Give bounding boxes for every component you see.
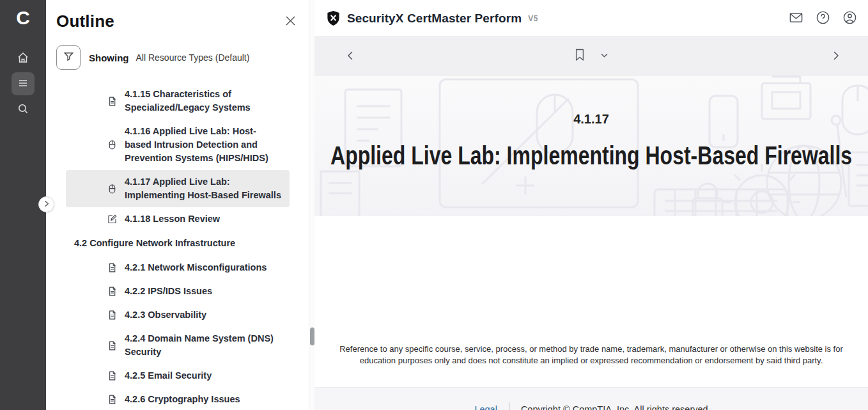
outline-item[interactable]: 4.2.6 Cryptography Issues	[66, 388, 290, 410]
document-icon	[107, 394, 118, 405]
outline-item-label: 4.2.4 Domain Name System (DNS) Security	[125, 332, 282, 359]
filter-value: All Resource Types (Default)	[136, 52, 250, 63]
chevron-down-icon	[600, 51, 608, 61]
menu-icon	[17, 77, 29, 91]
chevron-right-icon	[43, 200, 50, 209]
securityx-shield-icon	[326, 10, 341, 26]
document-icon	[107, 340, 118, 351]
comptia-logo[interactable]: C	[0, 0, 46, 36]
showing-label: Showing	[89, 52, 129, 63]
chevron-right-icon	[831, 51, 841, 63]
outline-item[interactable]: 4.2.3 Observability	[66, 303, 290, 327]
outline-item[interactable]: 4.1.18 Lesson Review	[66, 207, 290, 231]
search-button[interactable]	[12, 98, 35, 121]
bookmark-icon	[574, 48, 585, 64]
outline-item[interactable]: 4.1.16 Applied Live Lab: Host-based Intr…	[66, 120, 290, 170]
document-icon	[107, 370, 118, 381]
outline-item[interactable]: 4.2.4 Domain Name System (DNS) Security	[66, 327, 290, 364]
outline-menu-button[interactable]	[12, 72, 35, 95]
main-footer: Legal Copyright © CompTIA, Inc. All righ…	[314, 387, 868, 410]
outline-item-label: 4.2.1 Network Misconfigurations	[125, 261, 267, 274]
app-window: C Outline Showing	[0, 0, 868, 410]
lesson-navbar	[314, 37, 868, 75]
bookmark-dropdown-button[interactable]	[600, 51, 608, 61]
outline-item-label: 4.1.18 Lesson Review	[125, 212, 220, 226]
outline-scrollbar[interactable]	[309, 0, 314, 410]
legal-link[interactable]: Legal	[474, 404, 497, 410]
lesson-title: Applied Live Lab: Implementing Host-Base…	[330, 141, 852, 170]
document-icon	[107, 286, 118, 297]
messages-button[interactable]	[787, 10, 804, 27]
account-icon	[842, 10, 857, 27]
disclaimer-text: Reference to any specific course, servic…	[339, 216, 844, 367]
outline-item-label: 4.2.2 IPS/IDS Issues	[125, 285, 212, 298]
app-title: SecurityX CertMaster Perform	[347, 12, 522, 26]
outline-title: Outline	[56, 12, 298, 31]
close-icon	[285, 19, 296, 28]
content-body: Reference to any specific course, servic…	[314, 216, 868, 387]
footer-divider	[509, 402, 509, 410]
outline-section-header[interactable]: 4.2 Configure Network Infrastructure	[66, 231, 290, 256]
outline-item[interactable]: 4.2.2 IPS/IDS Issues	[66, 280, 290, 303]
account-button[interactable]	[841, 10, 858, 27]
outline-item-label: 4.1.17 Applied Live Lab: Implementing Ho…	[125, 175, 282, 202]
bookmark-button[interactable]	[574, 48, 585, 64]
home-button[interactable]	[12, 47, 35, 70]
outline-item-label: 4.2.5 Email Security	[125, 369, 212, 382]
version-badge: v5	[528, 14, 538, 23]
edit-icon	[107, 214, 118, 225]
outline-item[interactable]: 4.1.15 Characteristics of Specialized/Le…	[66, 83, 290, 120]
outline-item-label: 4.1.15 Characteristics of Specialized/Le…	[125, 88, 282, 114]
next-button[interactable]	[828, 49, 844, 64]
outline-item[interactable]: 4.2.1 Network Misconfigurations	[66, 256, 290, 280]
help-icon	[816, 10, 830, 27]
document-icon	[107, 262, 118, 273]
copyright-text: Copyright © CompTIA, Inc. All rights res…	[521, 404, 708, 410]
mouse-icon	[107, 139, 118, 150]
outline-item-label: 4.1.16 Applied Live Lab: Host-based Intr…	[125, 125, 282, 165]
previous-button[interactable]	[343, 49, 358, 64]
help-button[interactable]	[814, 10, 831, 27]
home-icon	[17, 51, 29, 66]
chevron-left-icon	[345, 51, 355, 63]
mouse-icon	[107, 184, 118, 194]
close-outline-button[interactable]	[285, 15, 296, 28]
outline-item-label: 4.2.3 Observability	[125, 308, 206, 322]
search-icon	[17, 102, 29, 117]
outline-item-selected[interactable]: 4.1.17 Applied Live Lab: Implementing Ho…	[66, 170, 290, 207]
document-icon	[107, 96, 118, 107]
main-area: SecurityX CertMaster Perform v5	[314, 0, 868, 410]
collapse-panel-button[interactable]	[38, 196, 54, 212]
outline-list: 4.1.15 Characteristics of Specialized/Le…	[66, 83, 290, 410]
outline-item-label: 4.2.6 Cryptography Issues	[125, 393, 240, 406]
document-icon	[107, 310, 118, 320]
funnel-icon	[63, 51, 75, 65]
outline-scrollbar-thumb[interactable]	[310, 327, 314, 345]
outline-item[interactable]: 4.2.5 Email Security	[66, 364, 290, 388]
lesson-hero: 4.1.17 Applied Live Lab: Implementing Ho…	[314, 75, 868, 216]
mail-icon	[789, 10, 803, 27]
main-header: SecurityX CertMaster Perform v5	[314, 0, 868, 37]
filter-button[interactable]	[56, 45, 81, 70]
lesson-number: 4.1.17	[573, 112, 609, 127]
outline-panel: Outline Showing All Resource Types (Defa…	[46, 0, 309, 410]
